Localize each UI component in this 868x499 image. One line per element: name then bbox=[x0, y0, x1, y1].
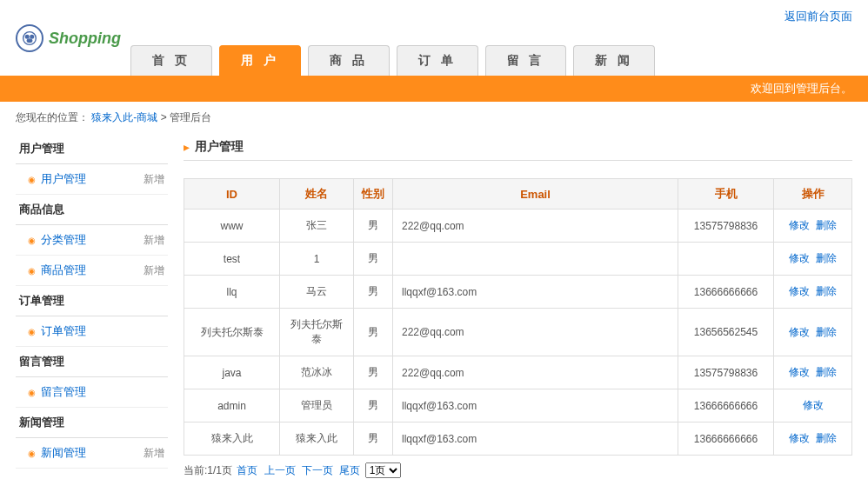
cell-phone: 13575798836 bbox=[678, 210, 774, 243]
nav-tabs: 首 页用 户商 品订 单留 言新 闻 bbox=[0, 45, 868, 76]
delete-link[interactable]: 删除 bbox=[816, 326, 837, 338]
table-row: llq马云男llqqxf@163.com13666666666修改 删除 bbox=[184, 276, 852, 309]
bullet-icon: ◉ bbox=[28, 236, 36, 245]
cell-id: 列夫托尔斯泰 bbox=[184, 309, 280, 356]
cell-phone: 13575798836 bbox=[678, 356, 774, 389]
cell-email: 222@qq.com bbox=[393, 210, 678, 243]
return-frontend-link[interactable]: 返回前台页面 bbox=[0, 0, 868, 24]
cell-gender: 男 bbox=[354, 276, 393, 309]
nav-tab-5[interactable]: 新 闻 bbox=[573, 45, 655, 76]
cell-ops: 修改 删除 bbox=[774, 422, 852, 456]
edit-link[interactable]: 修改 bbox=[789, 366, 810, 378]
delete-link[interactable]: 删除 bbox=[816, 219, 837, 231]
page-next[interactable]: 下一页 bbox=[302, 464, 333, 476]
cell-name: 张三 bbox=[280, 210, 354, 243]
cell-gender: 男 bbox=[354, 309, 393, 356]
nav-tab-1[interactable]: 用 户 bbox=[219, 45, 301, 76]
cell-phone: 13656562545 bbox=[678, 309, 774, 356]
user-table: ID姓名性别Email手机操作 www张三男222@qq.com13575798… bbox=[184, 178, 852, 456]
delete-link[interactable]: 删除 bbox=[816, 252, 837, 264]
cell-ops: 修改 删除 bbox=[774, 356, 852, 389]
side-add[interactable]: 新增 bbox=[144, 446, 164, 461]
breadcrumb-prefix: 您现在的位置： bbox=[16, 111, 89, 123]
page-last[interactable]: 尾页 bbox=[339, 464, 360, 476]
table-row: test1男修改 删除 bbox=[184, 243, 852, 276]
cell-phone: 13666666666 bbox=[678, 276, 774, 309]
cell-phone bbox=[678, 243, 774, 276]
table-row: admin管理员男llqqxf@163.com13666666666修改 bbox=[184, 389, 852, 422]
edit-link[interactable]: 修改 bbox=[789, 219, 810, 231]
bullet-icon: ◉ bbox=[28, 449, 36, 458]
cell-id: www bbox=[184, 210, 280, 243]
cell-email: 222@qq.com bbox=[393, 309, 678, 356]
cell-ops: 修改 删除 bbox=[774, 309, 852, 356]
main-content: ▸ 用户管理 ID姓名性别Email手机操作 www张三男222@qq.com1… bbox=[184, 134, 852, 485]
cell-email: llqqxf@163.com bbox=[393, 422, 678, 456]
col-header-4: 手机 bbox=[678, 179, 774, 210]
edit-link[interactable]: 修改 bbox=[789, 252, 810, 264]
edit-link[interactable]: 修改 bbox=[789, 326, 810, 338]
table-row: 列夫托尔斯泰列夫托尔斯泰男222@qq.com13656562545修改 删除 bbox=[184, 309, 852, 356]
edit-link[interactable]: 修改 bbox=[803, 399, 824, 411]
side-group-4: 新闻管理 bbox=[16, 408, 168, 438]
page-title-text: 用户管理 bbox=[195, 139, 244, 155]
cell-email bbox=[393, 243, 678, 276]
side-item-1-0: ◉分类管理新增 bbox=[16, 225, 168, 256]
col-header-0: ID bbox=[184, 179, 280, 210]
side-link[interactable]: 留言管理 bbox=[41, 384, 86, 400]
page-prev[interactable]: 上一页 bbox=[264, 464, 296, 476]
cell-id: java bbox=[184, 356, 280, 389]
side-link[interactable]: 分类管理 bbox=[41, 232, 86, 248]
side-add[interactable]: 新增 bbox=[144, 263, 164, 278]
side-add[interactable]: 新增 bbox=[144, 233, 164, 248]
sidebar: 用户管理◉用户管理新增商品信息◉分类管理新增◉商品管理新增订单管理◉订单管理留言… bbox=[16, 134, 168, 485]
edit-link[interactable]: 修改 bbox=[789, 285, 810, 297]
cell-email: llqqxf@163.com bbox=[393, 389, 678, 422]
svg-point-2 bbox=[30, 35, 34, 38]
page-select[interactable]: 1页 bbox=[365, 462, 401, 478]
table-row: www张三男222@qq.com13575798836修改 删除 bbox=[184, 210, 852, 243]
cell-id: llq bbox=[184, 276, 280, 309]
cell-name: 1 bbox=[280, 243, 354, 276]
cell-gender: 男 bbox=[354, 243, 393, 276]
cell-email: 222@qq.com bbox=[393, 356, 678, 389]
cell-name: 管理员 bbox=[280, 389, 354, 422]
cell-gender: 男 bbox=[354, 422, 393, 456]
arrow-icon: ▸ bbox=[184, 140, 190, 154]
cell-name: 马云 bbox=[280, 276, 354, 309]
nav-tab-2[interactable]: 商 品 bbox=[308, 45, 390, 76]
welcome-bar: 欢迎回到管理后台。 bbox=[0, 76, 868, 102]
delete-link[interactable]: 删除 bbox=[816, 366, 837, 378]
side-add[interactable]: 新增 bbox=[144, 172, 164, 187]
side-group-1: 商品信息 bbox=[16, 195, 168, 225]
side-group-3: 留言管理 bbox=[16, 347, 168, 377]
svg-point-1 bbox=[25, 35, 29, 38]
cell-id: admin bbox=[184, 389, 280, 422]
side-link[interactable]: 商品管理 bbox=[41, 263, 86, 278]
side-link[interactable]: 用户管理 bbox=[41, 171, 86, 187]
svg-point-3 bbox=[27, 39, 32, 43]
breadcrumb-sep: > bbox=[161, 111, 170, 123]
cell-phone: 13666666666 bbox=[678, 389, 774, 422]
nav-tab-3[interactable]: 订 单 bbox=[397, 45, 478, 76]
col-header-2: 性别 bbox=[354, 179, 393, 210]
side-link[interactable]: 新闻管理 bbox=[41, 445, 86, 461]
nav-tab-4[interactable]: 留 言 bbox=[485, 45, 567, 76]
side-group-0: 用户管理 bbox=[16, 134, 168, 164]
edit-link[interactable]: 修改 bbox=[789, 432, 810, 444]
nav-tab-0[interactable]: 首 页 bbox=[130, 45, 212, 76]
cell-ops: 修改 删除 bbox=[774, 210, 852, 243]
cell-gender: 男 bbox=[354, 356, 393, 389]
cell-name: 范冰冰 bbox=[280, 356, 354, 389]
side-link[interactable]: 订单管理 bbox=[41, 323, 86, 339]
delete-link[interactable]: 删除 bbox=[816, 432, 837, 444]
cell-id: test bbox=[184, 243, 280, 276]
breadcrumb: 您现在的位置： 猿来入此-商城 > 管理后台 bbox=[0, 102, 868, 134]
breadcrumb-link[interactable]: 猿来入此-商城 bbox=[91, 111, 157, 123]
cell-phone: 13666666666 bbox=[678, 422, 774, 456]
nav-wrapper: 首 页用 户商 品订 单留 言新 闻 欢迎回到管理后台。 bbox=[0, 45, 868, 102]
page-first[interactable]: 首页 bbox=[237, 464, 257, 476]
bullet-icon: ◉ bbox=[28, 266, 36, 276]
delete-link[interactable]: 删除 bbox=[816, 285, 837, 297]
table-row: 猿来入此猿来入此男llqqxf@163.com13666666666修改 删除 bbox=[184, 422, 852, 456]
